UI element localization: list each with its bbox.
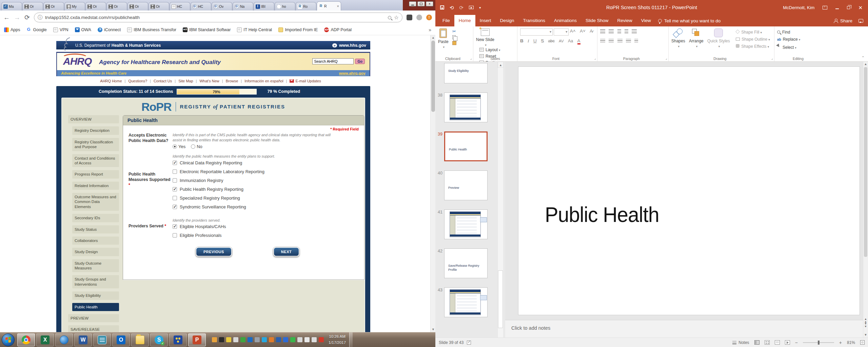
fit-slide-to-window-icon[interactable] <box>860 340 865 345</box>
tray-icon[interactable] <box>262 337 267 342</box>
checkbox[interactable] <box>173 161 177 165</box>
share-button[interactable]: Share <box>834 18 852 23</box>
font-style-button[interactable]: A <box>577 39 580 44</box>
slide-thumb-image[interactable]: Preview <box>444 170 488 200</box>
layout-button[interactable]: Layout▾ <box>479 47 502 52</box>
font-style-button[interactable]: I <box>528 38 529 44</box>
profile-badge-icon[interactable]: ! <box>426 15 432 20</box>
sidebar-item[interactable]: Progress Report <box>72 170 119 178</box>
bookmark-item[interactable]: VPN <box>53 27 68 32</box>
paste-button[interactable]: Paste▾ <box>438 28 449 49</box>
cut-icon[interactable]: ✂ <box>452 29 456 34</box>
scrollbar-thumb[interactable] <box>498 270 503 328</box>
ahrq-site-link[interactable]: www.ahrq.gov <box>339 71 366 75</box>
scroll-down-arrow[interactable]: ▼ <box>863 332 868 338</box>
sidebar-item[interactable]: Public Health <box>72 303 119 311</box>
sidebar-item[interactable]: Related Information <box>72 182 119 190</box>
checkbox-option[interactable]: Electronic Reportable Laboratory Reporti… <box>173 169 359 174</box>
spellcheck-icon[interactable] <box>467 341 471 345</box>
sidebar-item[interactable]: Study Design <box>72 248 119 256</box>
extension-icon[interactable] <box>407 15 412 20</box>
bookmark-item[interactable]: IBM Standard Softwar <box>183 27 231 32</box>
minimize-button[interactable] <box>409 1 416 6</box>
slide-thumbnail[interactable]: 38 <box>435 93 505 122</box>
checkbox-option[interactable]: Clinical Data Registry Reporting <box>173 160 359 165</box>
browser-tab[interactable]: Ma <box>1 2 22 11</box>
radio-button[interactable] <box>173 144 177 149</box>
decrease-indent-icon[interactable] <box>617 29 621 34</box>
browser-tab[interactable]: Ro <box>296 2 316 11</box>
bookmark-item[interactable]: Google <box>27 27 47 32</box>
ribbon-tab[interactable]: Animations <box>550 15 581 26</box>
slide-thumbnail[interactable]: 39 Public Health <box>435 131 505 161</box>
ahrq-logo[interactable]: AHRQ <box>63 56 92 67</box>
replace-button[interactable]: abReplace▾ <box>777 37 800 42</box>
checkbox-option[interactable]: Immunization Registry <box>173 178 359 183</box>
tray-icon[interactable] <box>219 337 224 342</box>
site-nav-link[interactable]: Contact Us | <box>154 79 178 83</box>
tray-icon[interactable] <box>304 337 310 342</box>
maximize-button[interactable] <box>417 1 425 6</box>
tray-icon[interactable] <box>248 337 253 342</box>
bullets-icon[interactable] <box>600 29 605 34</box>
sidebar-item[interactable]: Contact and Conditions of Access <box>72 154 119 167</box>
sidebar-item[interactable]: Collaborators <box>72 237 119 245</box>
clear-formatting-icon[interactable]: A̷ <box>590 28 593 34</box>
browser-tab[interactable]: ho <box>275 2 295 11</box>
close-button[interactable]: × <box>426 1 433 6</box>
shapes-button[interactable]: Shapes▾ <box>671 28 685 48</box>
browser-tab[interactable]: IBI <box>254 2 274 11</box>
browser-tab[interactable]: R × <box>317 1 341 11</box>
taskbar-clock[interactable]: 10:26 AM 1/17/2017 <box>329 334 346 346</box>
browser-tab[interactable]: Ov <box>212 2 232 11</box>
reading-view-button[interactable] <box>775 340 780 345</box>
checkbox-option[interactable]: Syndromic Surveillance Reporting <box>173 204 359 209</box>
browser-tab[interactable]: My <box>64 2 85 11</box>
slide-thumbnail[interactable]: Study Eligibility <box>435 63 505 83</box>
scrollbar-thumb[interactable] <box>431 41 435 112</box>
extension-icon[interactable] <box>416 15 422 20</box>
font-name-select[interactable] <box>520 28 553 36</box>
find-button[interactable]: Find <box>777 30 800 35</box>
ribbon-tab[interactable]: Slide Show <box>581 15 613 26</box>
bookmark-item[interactable]: iConnect <box>98 27 121 32</box>
slide-thumbnail[interactable]: 40 Preview <box>435 170 505 200</box>
ahrq-go-button[interactable]: Go <box>355 59 365 64</box>
page-info-icon[interactable]: ⓘ <box>38 15 42 21</box>
numbering-icon[interactable] <box>609 29 614 34</box>
increase-font-icon[interactable]: A˄ <box>570 28 576 34</box>
tray-icon[interactable] <box>283 337 288 342</box>
sidebar-item[interactable]: Registry Classification and Purpose <box>72 138 119 151</box>
tell-me-box[interactable]: Tell me what you want to do <box>658 18 721 23</box>
ppt-minimize-button[interactable] <box>835 8 839 9</box>
site-nav-link[interactable]: Site Map | <box>178 79 199 83</box>
decrease-font-icon[interactable]: A˅ <box>580 28 586 34</box>
scroll-up-arrow[interactable]: ▲ <box>431 35 435 40</box>
line-spacing-icon[interactable] <box>632 29 637 34</box>
select-button[interactable]: Select▾ <box>777 44 800 50</box>
tray-icon[interactable] <box>255 337 260 342</box>
quick-styles-button[interactable]: Quick Styles▾ <box>707 28 730 48</box>
checkbox[interactable] <box>173 224 177 229</box>
browser-tab[interactable]: Or <box>106 2 127 11</box>
scroll-up-arrow[interactable]: ▲ <box>498 62 504 68</box>
tray-icon[interactable] <box>233 337 238 342</box>
slide-thumb-image[interactable] <box>444 209 488 239</box>
hhs-site-link[interactable]: www.hhs.gov <box>339 43 366 48</box>
show-desktop-button[interactable] <box>349 332 353 347</box>
checkbox-option[interactable]: Public Health Registry Reporting <box>173 187 359 192</box>
checkbox-option[interactable]: Eligible Professionals <box>173 233 359 238</box>
bookmark-item[interactable]: IT Help Central <box>237 27 272 32</box>
zoom-out-button[interactable]: − <box>795 340 798 345</box>
browser-tab[interactable]: Or <box>22 2 43 11</box>
address-bar[interactable]: ⓘ trvlapp1552.cxda.medstat.com/rrs/publi… <box>34 13 402 22</box>
zoom-in-button[interactable]: + <box>839 340 842 345</box>
taskbar-app-button[interactable]: O <box>112 333 130 346</box>
checkbox[interactable] <box>173 178 177 183</box>
font-style-button[interactable]: abc <box>548 39 554 43</box>
browser-tab[interactable]: Or <box>85 2 106 11</box>
taskbar-app-button[interactable] <box>55 333 73 346</box>
slide-canvas[interactable]: Public Health <box>518 66 860 315</box>
scrollbar-thumb[interactable] <box>864 67 867 257</box>
shape-outline-button[interactable]: Shape Outline▾ <box>736 37 770 42</box>
